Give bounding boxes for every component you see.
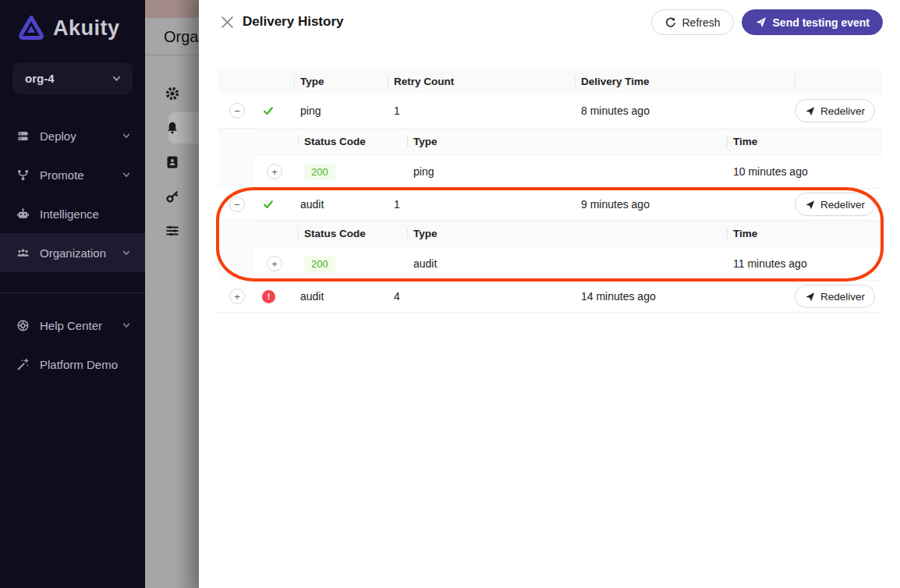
logo-text: Akuity <box>53 16 120 41</box>
sub-header-expand-column <box>254 129 298 154</box>
paper-plane-icon <box>805 292 815 302</box>
sidebar: Akuity org-4 Deploy <box>0 0 145 588</box>
background-banner <box>145 0 199 18</box>
header-expand-column <box>218 69 294 94</box>
redeliver-label: Redeliver <box>820 199 865 211</box>
robot-icon <box>16 207 30 221</box>
sidebar-item-promote[interactable]: Promote <box>0 155 145 194</box>
expanded-attempts-section: Status Code Type Time + 200 audit 11 min… <box>218 221 882 281</box>
expand-row-button[interactable]: + <box>229 289 245 304</box>
team-icon <box>16 246 30 260</box>
collapse-row-button[interactable]: − <box>229 197 245 212</box>
cell-delivery-time: 9 minutes ago <box>575 198 795 211</box>
sub-header-type: Type <box>407 129 727 154</box>
bell-icon[interactable] <box>145 111 199 145</box>
chevron-down-icon <box>122 170 131 179</box>
background-icon-rail <box>145 76 199 248</box>
attempt-row: + 200 audit 11 minutes ago <box>254 247 882 281</box>
sidebar-item-label: Intelligence <box>40 207 131 221</box>
sidebar-item-organization[interactable]: Organization <box>0 233 145 272</box>
expand-attempt-button[interactable]: + <box>267 164 282 179</box>
id-card-icon[interactable] <box>145 145 199 179</box>
close-icon[interactable] <box>221 16 234 29</box>
chevron-down-icon <box>122 248 131 257</box>
cell-delivery-time: 8 minutes ago <box>575 104 795 117</box>
org-selector-value: org-4 <box>25 72 55 85</box>
redeliver-button[interactable]: Redeliver <box>795 193 875 216</box>
org-selector[interactable]: org-4 <box>12 62 133 94</box>
refresh-button[interactable]: Refresh <box>651 9 734 35</box>
table-row: + ! audit 4 14 minutes ago Redeliver <box>218 281 882 313</box>
sidebar-item-label: Organization <box>40 246 112 260</box>
logo: Akuity <box>0 0 145 42</box>
attempt-type: ping <box>407 165 727 178</box>
table-row: − audit 1 9 minutes ago Redeliver <box>218 189 882 221</box>
sidebar-item-label: Platform Demo <box>40 358 131 371</box>
sub-header-type: Type <box>407 221 727 246</box>
attempt-time: 11 minutes ago <box>727 257 882 270</box>
sidebar-item-label: Promote <box>40 168 112 182</box>
sidebar-item-help-center[interactable]: Help Center <box>0 306 145 345</box>
sidebar-nav: Deploy Promote <box>0 116 145 384</box>
redeliver-button[interactable]: Redeliver <box>795 285 875 308</box>
paper-plane-icon <box>805 106 815 116</box>
status-code-badge: 200 <box>304 256 335 272</box>
sub-header-status-code: Status Code <box>298 129 407 154</box>
cell-type: ping <box>294 104 388 117</box>
collapse-row-button[interactable]: − <box>229 103 245 119</box>
app-root: Akuity org-4 Deploy <box>0 0 900 588</box>
table-header-row: Type Retry Count Delivery Time <box>218 69 882 94</box>
cell-retry-count: 1 <box>388 104 575 117</box>
attempt-type: audit <box>407 257 727 270</box>
delivery-history-modal: Delivery History Refresh Send testing ev… <box>199 0 900 588</box>
gear-icon[interactable] <box>145 76 199 111</box>
attempt-row: + 200 ping 10 minutes ago <box>254 155 882 189</box>
key-icon[interactable] <box>145 179 199 214</box>
sub-table-header-row: Status Code Type Time <box>254 129 882 155</box>
header-type: Type <box>294 69 388 94</box>
refresh-label: Refresh <box>682 16 721 29</box>
status-code-badge: 200 <box>304 164 335 180</box>
redeliver-button[interactable]: Redeliver <box>795 99 875 122</box>
sub-table-header-row: Status Code Type Time <box>254 221 882 247</box>
sidebar-item-deploy[interactable]: Deploy <box>0 116 145 155</box>
lifebuoy-icon <box>16 318 30 332</box>
cell-delivery-time: 14 minutes ago <box>575 290 795 303</box>
modal-header: Delivery History Refresh Send testing ev… <box>199 0 900 44</box>
modal-title: Delivery History <box>243 14 343 30</box>
sidebar-item-platform-demo[interactable]: Platform Demo <box>0 345 145 384</box>
send-label: Send testing event <box>773 16 870 29</box>
send-testing-event-button[interactable]: Send testing event <box>742 9 883 35</box>
table-row: − ping 1 8 minutes ago Redeliver <box>218 94 882 129</box>
expand-attempt-button[interactable]: + <box>267 256 282 271</box>
header-actions: Refresh Send testing event <box>651 9 884 35</box>
cell-type: audit <box>294 290 388 303</box>
background-page-title: Organ <box>164 28 199 46</box>
cell-retry-count: 4 <box>388 290 575 303</box>
sub-header-status-code: Status Code <box>298 221 407 246</box>
delivery-history-table: Type Retry Count Delivery Time − ping 1 … <box>218 69 882 313</box>
background-divider <box>145 55 199 55</box>
header-retry-count: Retry Count <box>388 69 575 94</box>
attempt-time: 10 minutes ago <box>727 165 882 178</box>
success-check-icon <box>262 198 275 211</box>
chevron-down-icon <box>122 131 131 140</box>
cell-retry-count: 1 <box>388 198 575 211</box>
sidebar-item-label: Help Center <box>40 319 112 332</box>
background-page: Organ <box>145 0 199 588</box>
success-check-icon <box>262 104 275 117</box>
sidebar-item-intelligence[interactable]: Intelligence <box>0 194 145 233</box>
sidebar-divider <box>0 292 145 293</box>
header-actions-column <box>795 69 882 94</box>
redeliver-label: Redeliver <box>820 105 865 117</box>
chevron-down-icon <box>122 321 131 330</box>
chevron-down-icon <box>112 73 122 83</box>
server-stack-icon <box>16 129 30 143</box>
sliders-icon[interactable] <box>145 214 199 248</box>
expanded-attempts-section: Status Code Type Time + 200 ping 10 minu… <box>218 129 882 189</box>
header-delivery-time: Delivery Time <box>575 69 795 94</box>
redeliver-label: Redeliver <box>820 291 865 303</box>
sub-header-expand-column <box>254 221 298 246</box>
paper-plane-icon <box>755 16 767 28</box>
branch-icon <box>16 168 30 182</box>
